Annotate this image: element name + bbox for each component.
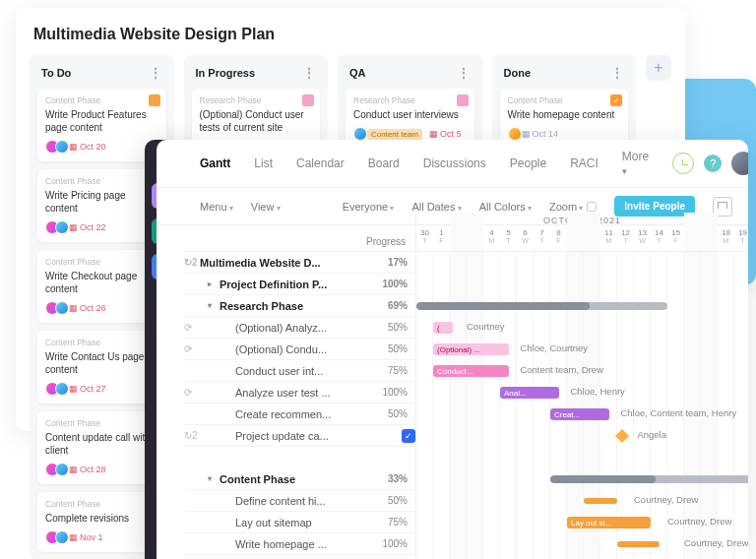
column-menu-icon[interactable]: ⋮ xyxy=(457,65,471,81)
day-header: 13W xyxy=(634,213,651,251)
task-name: Project update ca... xyxy=(235,430,402,442)
tab-list[interactable]: List xyxy=(254,156,273,170)
filter-colors[interactable]: All Colors xyxy=(479,201,532,213)
tab-calendar[interactable]: Calendar xyxy=(296,156,345,170)
task-name: Analyze user test ... xyxy=(235,387,378,399)
card-task: Write Checkout page content xyxy=(45,270,158,295)
gantt-row[interactable]: ↻2Multimedia Website D...17% xyxy=(184,252,415,274)
gantt-row[interactable]: Define content hi...50% xyxy=(184,490,415,512)
task-name: Define content hi... xyxy=(235,495,378,507)
card-phase: Content Phase xyxy=(45,95,158,105)
card-phase: Content Phase xyxy=(45,418,158,428)
task-name: Project Definition P... xyxy=(220,279,378,290)
task-progress: 75% xyxy=(378,365,415,376)
toolbar-menu[interactable]: Menu xyxy=(200,201,233,213)
gantt-row[interactable]: Conduct user int...75% xyxy=(184,360,415,382)
gantt-bar[interactable]: Anal... xyxy=(500,387,559,399)
gantt-row[interactable]: Content Phase33% xyxy=(184,468,415,490)
column-menu-icon[interactable]: ⋮ xyxy=(302,65,316,81)
done-check-icon: ✓ xyxy=(610,94,622,106)
assignee-label: Chloe, Henry xyxy=(570,386,624,397)
gantt-row[interactable]: Create recommen...50% xyxy=(184,404,415,425)
card-task: Conduct user interviews xyxy=(353,108,467,121)
task-name: Multimedia Website D... xyxy=(200,257,378,269)
assignee-avatars xyxy=(45,382,65,396)
gantt-bar[interactable]: (Optional) ... xyxy=(433,343,509,355)
card-tag-icon xyxy=(302,94,314,106)
milestone-diamond[interactable] xyxy=(615,429,629,443)
tab-people[interactable]: People xyxy=(510,156,546,170)
task-progress: 69% xyxy=(378,300,415,311)
tab-raci[interactable]: RACI xyxy=(570,156,598,170)
gantt-row[interactable]: ⟳(Optional) Condu...50% xyxy=(184,339,415,360)
calendar-icon: ▦ xyxy=(69,142,78,152)
task-progress: 17% xyxy=(378,257,415,268)
gantt-timeline[interactable]: OCTOBER 2021 30T1F4M5T6W7T8F11M12T13W14T… xyxy=(416,213,748,559)
assignee-avatars xyxy=(45,140,65,154)
tab-gantt[interactable]: Gantt xyxy=(200,156,230,170)
view-tabs: Gantt List Calendar Board Discussions Pe… xyxy=(157,140,748,188)
assignee-avatars xyxy=(45,463,65,476)
phase-summary-bar[interactable] xyxy=(416,302,667,310)
column-menu-icon[interactable]: ⋮ xyxy=(149,65,162,81)
toolbar-view[interactable]: View xyxy=(251,201,281,213)
profile-avatar[interactable] xyxy=(731,152,748,175)
task-progress: 50% xyxy=(378,322,415,333)
row-status-icon: ⟳ xyxy=(184,343,192,354)
board-title: Multimedia Website Design Plan xyxy=(16,8,685,55)
tab-discussions[interactable]: Discussions xyxy=(423,156,486,170)
gantt-bar[interactable]: Conduct... xyxy=(433,365,509,377)
calendar-icon: ▦ xyxy=(69,303,78,313)
card-phase: Content Phase xyxy=(45,338,158,347)
gantt-row[interactable]: Write homepage ...100% xyxy=(184,533,415,555)
help-icon[interactable]: ? xyxy=(704,155,722,172)
phase-summary-bar[interactable] xyxy=(550,475,748,483)
gantt-row[interactable]: Research Phase69% xyxy=(184,295,415,317)
gantt-bar[interactable] xyxy=(584,498,617,504)
gantt-bar[interactable]: Creat... xyxy=(550,408,609,420)
add-column-button[interactable]: + xyxy=(646,55,671,81)
task-name: Create recommen... xyxy=(235,408,378,420)
day-header: 11M xyxy=(600,213,617,251)
gantt-row[interactable]: Project Definition P...100% xyxy=(184,274,415,295)
gantt-row[interactable]: ⟳Analyze user test ...100% xyxy=(184,382,415,404)
filter-dates[interactable]: All Dates xyxy=(411,201,461,213)
row-status-icon: ↻2 xyxy=(184,257,198,268)
gantt-row[interactable]: Lay out sitemap75% xyxy=(184,512,415,533)
column-title: Done xyxy=(504,67,532,79)
card-task: Content update call with client xyxy=(45,431,158,457)
time-tracking-icon[interactable] xyxy=(672,153,694,174)
row-status-icon: ⟳ xyxy=(184,322,192,333)
gantt-row[interactable]: ⟳(Optional) Analyz...50% xyxy=(184,317,415,339)
gantt-bar[interactable]: Lay out si... xyxy=(567,517,651,528)
card-date: ▦Oct 14 xyxy=(522,129,559,139)
card-tag-icon xyxy=(457,94,469,106)
card-phase: Research Phase xyxy=(353,95,467,105)
column-menu-icon[interactable]: ⋮ xyxy=(610,65,624,81)
zoom-control[interactable]: Zoom xyxy=(549,201,597,213)
gantt-row[interactable]: ↻2Project update ca...✓ xyxy=(184,425,415,447)
gantt-bar[interactable] xyxy=(617,541,660,547)
card-task: Write homepage content xyxy=(508,108,621,121)
tab-more[interactable]: More xyxy=(622,150,649,177)
day-header: 4M xyxy=(483,213,500,251)
row-status-icon: ↻2 xyxy=(184,430,198,441)
task-name: (Optional) Condu... xyxy=(235,343,378,355)
assignee-avatars xyxy=(45,301,65,315)
gantt-bar[interactable]: ( xyxy=(433,322,453,334)
task-progress: 50% xyxy=(378,408,415,419)
day-header: 19T xyxy=(734,213,748,251)
day-header: 15F xyxy=(667,213,684,251)
day-header: 12T xyxy=(617,213,634,251)
tab-board[interactable]: Board xyxy=(368,156,400,170)
task-progress: 75% xyxy=(378,517,415,528)
day-header: 18M xyxy=(718,213,734,251)
card-date: ▦ Oct 22 xyxy=(69,222,106,232)
assignee-avatars xyxy=(45,220,65,234)
day-header: 8F xyxy=(550,213,567,251)
task-progress: 33% xyxy=(378,473,415,484)
card-phase: Content Phase xyxy=(45,257,158,267)
day-header xyxy=(450,213,467,251)
filter-everyone[interactable]: Everyone xyxy=(343,201,395,213)
card-date: ▦Oct 5 xyxy=(429,129,462,139)
